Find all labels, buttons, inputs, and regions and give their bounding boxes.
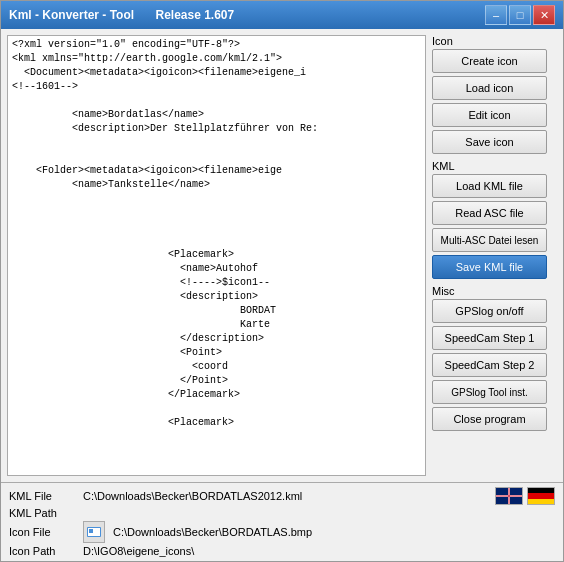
kml-file-label: KML File — [9, 490, 79, 502]
kml-section: KML Load KML file Read ASC file Multi-AS… — [432, 160, 557, 279]
gpstool-button[interactable]: GPSlog Tool inst. — [432, 380, 547, 404]
kml-file-row: KML File C:\Downloads\Becker\BORDATLAS20… — [9, 487, 555, 505]
misc-button-group: GPSlog on/off SpeedCam Step 1 SpeedCam S… — [432, 299, 557, 431]
icon-file-label: Icon File — [9, 526, 79, 538]
icon-file-row: Icon File C:\Downloads\Becker\BORDATLAS.… — [9, 521, 555, 543]
flag-icons — [495, 487, 555, 505]
text-panel: <?xml version="1.0" encoding="UTF-8"?> <… — [7, 35, 426, 476]
edit-icon-button[interactable]: Edit icon — [432, 103, 547, 127]
save-icon-button[interactable]: Save icon — [432, 130, 547, 154]
title-bar-left: Kml - Konverter - Tool Release 1.607 — [9, 8, 234, 22]
xml-editor[interactable]: <?xml version="1.0" encoding="UTF-8"?> <… — [8, 36, 425, 475]
gpslog-button[interactable]: GPSlog on/off — [432, 299, 547, 323]
kml-button-group: Load KML file Read ASC file Multi-ASC Da… — [432, 174, 557, 279]
right-panel: Icon Create icon Load icon Edit icon Sav… — [432, 35, 557, 476]
icon-button-group: Create icon Load icon Edit icon Save ico… — [432, 49, 557, 154]
uk-flag[interactable] — [495, 487, 523, 505]
icon-section-label: Icon — [432, 35, 557, 47]
read-asc-button[interactable]: Read ASC file — [432, 201, 547, 225]
icon-path-label: Icon Path — [9, 545, 79, 557]
app-title: Kml - Konverter - Tool — [9, 8, 134, 22]
main-window: Kml - Konverter - Tool Release 1.607 – □… — [0, 0, 564, 562]
speedcam1-button[interactable]: SpeedCam Step 1 — [432, 326, 547, 350]
misc-section: Misc GPSlog on/off SpeedCam Step 1 Speed… — [432, 285, 557, 431]
svg-rect-2 — [89, 529, 93, 533]
save-kml-button[interactable]: Save KML file — [432, 255, 547, 279]
icon-file-icon — [83, 521, 105, 543]
status-bar: KML File C:\Downloads\Becker\BORDATLAS20… — [1, 482, 563, 561]
close-program-button[interactable]: Close program — [432, 407, 547, 431]
close-button[interactable]: ✕ — [533, 5, 555, 25]
icon-path-row: Icon Path D:\IGO8\eigene_icons\ — [9, 545, 555, 557]
create-icon-button[interactable]: Create icon — [432, 49, 547, 73]
kml-file-value: C:\Downloads\Becker\BORDATLAS2012.kml — [83, 490, 302, 502]
icon-path-value: D:\IGO8\eigene_icons\ — [83, 545, 194, 557]
misc-section-label: Misc — [432, 285, 557, 297]
icon-file-value: C:\Downloads\Becker\BORDATLAS.bmp — [113, 526, 312, 538]
main-content: <?xml version="1.0" encoding="UTF-8"?> <… — [1, 29, 563, 482]
title-bar: Kml - Konverter - Tool Release 1.607 – □… — [1, 1, 563, 29]
window-controls: – □ ✕ — [485, 5, 555, 25]
kml-section-label: KML — [432, 160, 557, 172]
de-flag[interactable] — [527, 487, 555, 505]
load-icon-button[interactable]: Load icon — [432, 76, 547, 100]
release-label: Release 1.607 — [155, 8, 234, 22]
minimize-button[interactable]: – — [485, 5, 507, 25]
kml-path-row: KML Path — [9, 507, 555, 519]
load-kml-button[interactable]: Load KML file — [432, 174, 547, 198]
kml-path-label: KML Path — [9, 507, 79, 519]
speedcam2-button[interactable]: SpeedCam Step 2 — [432, 353, 547, 377]
icon-section: Icon Create icon Load icon Edit icon Sav… — [432, 35, 557, 154]
multi-asc-button[interactable]: Multi-ASC Datei lesen — [432, 228, 547, 252]
maximize-button[interactable]: □ — [509, 5, 531, 25]
